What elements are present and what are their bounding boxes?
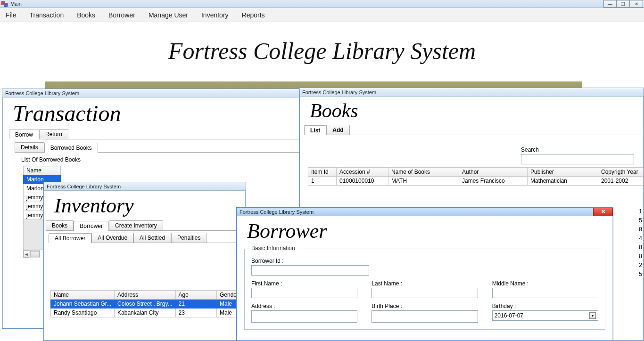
inv-sub-overdue[interactable]: All Overdue bbox=[91, 233, 133, 243]
books-col-author[interactable]: Author bbox=[459, 168, 528, 177]
books-col-publisher[interactable]: Publisher bbox=[528, 168, 598, 177]
inventory-window-title: Fortress College Library System bbox=[47, 184, 121, 189]
books-table[interactable]: Item Id Accession # Name of Books Author… bbox=[308, 167, 644, 186]
menu-manage-user[interactable]: Manage User bbox=[149, 11, 188, 19]
inv-sub-settled[interactable]: All Settled bbox=[133, 233, 171, 243]
books-col-year[interactable]: Copyrigth Year bbox=[598, 168, 644, 177]
menu-borrower[interactable]: Borrower bbox=[108, 11, 135, 19]
borrower-window: Fortress College Library System ✕ Borrow… bbox=[236, 207, 613, 341]
middle-name-field[interactable] bbox=[492, 288, 598, 298]
inventory-window-titlebar[interactable]: Fortress College Library System bbox=[44, 182, 246, 191]
menu-reports[interactable]: Reports bbox=[242, 11, 265, 19]
books-window-title: Fortress College Library System bbox=[302, 89, 376, 95]
books-tab-list[interactable]: List bbox=[304, 125, 326, 135]
maximize-button[interactable]: ❐ bbox=[617, 0, 630, 8]
table-row[interactable]: Randy Ssantiago Kabankalan City 23 Male bbox=[51, 309, 242, 317]
books-col-name[interactable]: Name of Books bbox=[388, 168, 459, 177]
minimize-button[interactable]: — bbox=[603, 0, 617, 8]
borrower-window-title: Fortress College Library System bbox=[239, 209, 314, 215]
books-col-accession[interactable]: Accession # bbox=[337, 168, 388, 177]
borrowed-col-name[interactable]: Name bbox=[24, 166, 61, 175]
menu-inventory[interactable]: Inventory bbox=[201, 11, 229, 19]
close-button[interactable]: ✕ bbox=[630, 0, 643, 8]
borrower-close-button[interactable]: ✕ bbox=[593, 208, 613, 216]
calendar-dropdown-icon[interactable]: ▾ bbox=[589, 312, 596, 319]
basic-info-legend: Basic Information bbox=[249, 245, 297, 252]
books-year-column-tail: 1 5 8 4 8 8 2 5 bbox=[639, 207, 642, 279]
menu-books[interactable]: Books bbox=[77, 11, 95, 19]
label-birthday: Birthday : bbox=[492, 303, 598, 309]
birthplace-field[interactable] bbox=[372, 310, 478, 323]
inventory-heading: Inventory bbox=[44, 191, 246, 220]
tab-borrowed-books[interactable]: Borrowed Books bbox=[44, 143, 98, 153]
address-field[interactable] bbox=[251, 310, 357, 323]
table-row[interactable]: Johann Sebastian Gr... Coloso Street , B… bbox=[51, 300, 242, 309]
inv-sub-penalties[interactable]: Penalties bbox=[171, 233, 206, 243]
borrower-heading: Borrower bbox=[237, 216, 613, 246]
app-title: Fortress College Library System bbox=[0, 22, 644, 73]
label-birthplace: Birth Place : bbox=[372, 303, 478, 309]
label-address: Address : bbox=[251, 303, 357, 309]
inv-tab-borrower[interactable]: Borrower bbox=[74, 221, 109, 231]
main-window-titlebar: Main — ❐ ✕ bbox=[0, 0, 644, 8]
menubar: File Transaction Books Borrower Manage U… bbox=[0, 8, 644, 22]
menu-file[interactable]: File bbox=[6, 11, 17, 19]
books-tab-add[interactable]: Add bbox=[326, 125, 349, 135]
main-window-title: Main bbox=[10, 1, 22, 7]
window-controls: — ❐ ✕ bbox=[603, 0, 643, 8]
label-borrower-id: Borrower Id : bbox=[251, 258, 369, 264]
inv-col-address[interactable]: Address bbox=[115, 291, 176, 300]
tab-details[interactable]: Details bbox=[15, 142, 44, 152]
books-window-titlebar[interactable]: Fortress College Library System bbox=[299, 88, 644, 97]
tab-borrow[interactable]: Borrow bbox=[9, 130, 39, 139]
inventory-window: Fortress College Library System Inventor… bbox=[43, 182, 246, 341]
inventory-table[interactable]: Name Address Age Gender Johann Sebastian… bbox=[50, 290, 242, 317]
transaction-heading: Transaction bbox=[2, 97, 299, 129]
transaction-window-title: Fortress College Library System bbox=[5, 90, 79, 96]
borrowed-list-label: List Of Borrowed Books bbox=[2, 153, 299, 163]
books-col-itemid[interactable]: Item Id bbox=[308, 168, 337, 177]
inv-tab-books[interactable]: Books bbox=[46, 220, 74, 230]
last-name-field[interactable] bbox=[372, 288, 478, 298]
inv-col-age[interactable]: Age bbox=[175, 291, 216, 300]
borrower-id-field[interactable] bbox=[251, 265, 369, 276]
books-search-label: Search bbox=[521, 146, 634, 153]
books-search-input[interactable] bbox=[521, 154, 634, 164]
label-last-name: Last Name : bbox=[372, 280, 478, 287]
birthday-value: 2016-07-07 bbox=[495, 312, 523, 319]
scroll-left-icon[interactable]: ◄ bbox=[24, 251, 29, 258]
menu-transaction[interactable]: Transaction bbox=[30, 11, 64, 19]
table-row[interactable]: 1 01000100010 MATH James Francisco Mathe… bbox=[308, 177, 644, 186]
books-heading: Books bbox=[299, 97, 644, 125]
label-first-name: First Name : bbox=[251, 280, 357, 287]
app-icon bbox=[1, 0, 8, 7]
scroll-thumb[interactable] bbox=[30, 251, 40, 257]
transaction-window-titlebar[interactable]: Fortress College Library System bbox=[2, 89, 299, 97]
borrower-window-titlebar[interactable]: Fortress College Library System ✕ bbox=[237, 208, 613, 216]
borrowed-hscrollbar[interactable]: ◄ bbox=[23, 250, 40, 258]
inv-col-name[interactable]: Name bbox=[51, 291, 115, 300]
inv-sub-all[interactable]: All Borrower bbox=[49, 233, 91, 243]
inv-tab-create[interactable]: Create Inventory bbox=[109, 220, 163, 230]
birthday-datepicker[interactable]: 2016-07-07 ▾ bbox=[492, 310, 598, 321]
first-name-field[interactable] bbox=[251, 288, 357, 298]
tab-return[interactable]: Return bbox=[39, 129, 68, 139]
label-middle-name: Middle Name : bbox=[492, 280, 598, 287]
basic-info-fieldset: Basic Information Borrower Id : First Na… bbox=[244, 249, 605, 330]
